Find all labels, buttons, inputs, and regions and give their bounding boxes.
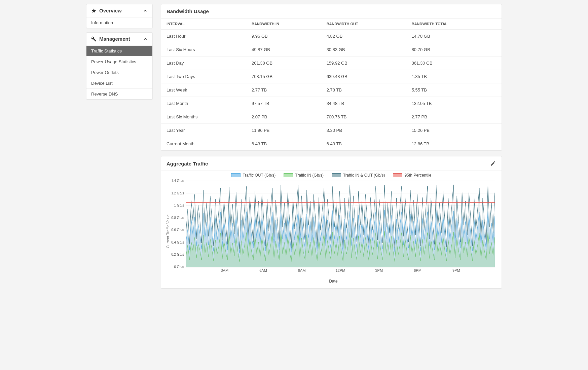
wrench-icon [91,36,97,42]
sidebar-item-label: Information [91,20,113,25]
cell-in: 2.07 PB [246,110,321,124]
sidebar-item-traffic-statistics[interactable]: Traffic Statistics [86,45,152,56]
cell-interval: Last Hour [161,30,246,43]
svg-text:1.2 Gb/s: 1.2 Gb/s [171,191,184,195]
chart-legend: Traffic OUT (Gb/s)Traffic IN (Gb/s)Traff… [166,171,497,179]
table-row: Last Day201.38 GB159.92 GB361.30 GB [161,57,502,70]
cell-out: 34.48 TB [321,97,406,110]
sidebar-item-reverse-dns[interactable]: Reverse DNS [86,88,152,99]
svg-text:6AM: 6AM [259,268,267,272]
sidebar-item-information[interactable]: Information [86,17,152,28]
sidebar-item-label: Power Usage Statistics [91,59,136,64]
sidebar-item-power-outlets[interactable]: Power Outlets [86,67,152,78]
main-content: Bandwidth Usage INTERVAL BANDWIDTH IN BA… [161,4,502,294]
legend-swatch [393,173,402,177]
svg-text:0.4 Gb/s: 0.4 Gb/s [171,240,184,244]
cell-interval: Last Six Months [161,110,246,124]
sidebar-item-label: Traffic Statistics [91,48,122,53]
table-row: Current Month6.43 TB6.43 TB12.86 TB [161,137,502,151]
table-row: Last Hour9.96 GB4.82 GB14.78 GB [161,30,502,43]
table-row: Last Six Hours49.87 GB30.83 GB80.70 GB [161,43,502,57]
cell-total: 132.05 TB [406,97,502,110]
bandwidth-usage-card: Bandwidth Usage INTERVAL BANDWIDTH IN BA… [161,4,502,151]
legend-label: Traffic IN & OUT (Gb/s) [343,173,385,178]
col-bandwidth-in: BANDWIDTH IN [246,18,321,30]
cell-in: 708.15 GB [246,70,321,83]
x-axis-label: Date [170,279,497,284]
table-row: Last Year11.96 PB3.30 PB15.26 PB [161,124,502,137]
bandwidth-table: INTERVAL BANDWIDTH IN BANDWIDTH OUT BAND… [161,18,502,150]
svg-text:12PM: 12PM [336,268,345,272]
table-header-row: INTERVAL BANDWIDTH IN BANDWIDTH OUT BAND… [161,18,502,30]
sidebar: Overview Information Management [86,4,153,294]
cell-total: 1.35 TB [406,70,502,83]
legend-item[interactable]: Traffic IN (Gb/s) [284,173,324,178]
sidebar-item-label: Power Outlets [91,70,119,75]
svg-text:0.2 Gb/s: 0.2 Gb/s [171,253,184,256]
cell-total: 5.55 TB [406,83,502,97]
cell-interval: Last Two Days [161,70,246,83]
cell-out: 3.30 PB [321,124,406,137]
cell-total: 2.77 PB [406,110,502,124]
cell-total: 14.78 GB [406,30,502,43]
svg-text:9PM: 9PM [452,268,460,272]
sidebar-section-header-management[interactable]: Management [86,33,152,45]
legend-item[interactable]: Traffic IN & OUT (Gb/s) [332,173,385,178]
cell-total: 361.30 GB [406,57,502,70]
section-title: Overview [99,8,122,13]
card-title: Aggregate Traffic [167,161,208,166]
table-row: Last Two Days708.15 GB639.48 GB1.35 TB [161,70,502,83]
table-row: Last Six Months2.07 PB700.76 TB2.77 PB [161,110,502,124]
svg-text:1 Gb/s: 1 Gb/s [174,204,184,207]
legend-swatch [231,173,241,177]
y-axis-label: Current Traffic Value [166,215,170,248]
traffic-chart[interactable]: 0 Gb/s0.2 Gb/s0.4 Gb/s0.6 Gb/s0.8 Gb/s1 … [170,179,497,276]
aggregate-traffic-card: Aggregate Traffic Traffic OUT (Gb/s)Traf… [161,156,502,289]
card-title: Bandwidth Usage [167,8,209,14]
svg-text:3AM: 3AM [221,268,228,272]
cell-interval: Last Day [161,57,246,70]
table-row: Last Week2.77 TB2.78 TB5.55 TB [161,83,502,97]
sidebar-section-overview: Overview Information [86,4,153,28]
cell-total: 15.26 PB [406,124,502,137]
cell-interval: Last Six Hours [161,43,246,57]
section-title: Management [99,36,130,42]
cell-out: 30.83 GB [321,43,406,57]
svg-text:0.8 Gb/s: 0.8 Gb/s [171,216,184,220]
cell-in: 2.77 TB [246,83,321,97]
cell-total: 80.70 GB [406,43,502,57]
chevron-up-icon [143,37,148,41]
svg-text:1.4 Gb/s: 1.4 Gb/s [171,179,184,183]
chart-area: Traffic OUT (Gb/s)Traffic IN (Gb/s)Traff… [161,171,502,288]
star-icon [91,8,97,13]
sidebar-item-power-usage-statistics[interactable]: Power Usage Statistics [86,56,152,67]
legend-item[interactable]: 95th Percentile [393,173,431,178]
svg-text:6PM: 6PM [414,268,421,272]
svg-text:9AM: 9AM [298,268,306,272]
sidebar-item-device-list[interactable]: Device List [86,78,152,88]
cell-in: 201.38 GB [246,57,321,70]
cell-interval: Last Week [161,83,246,97]
cell-interval: Last Month [161,97,246,110]
legend-swatch [332,173,341,177]
sidebar-section-header-overview[interactable]: Overview [86,4,152,17]
chevron-up-icon [143,8,148,13]
cell-total: 12.86 TB [406,137,502,151]
legend-label: Traffic OUT (Gb/s) [243,173,275,178]
cell-out: 700.76 TB [321,110,406,124]
cell-in: 97.57 TB [246,97,321,110]
legend-item[interactable]: Traffic OUT (Gb/s) [231,173,275,178]
svg-text:0.6 Gb/s: 0.6 Gb/s [171,228,184,232]
col-interval: INTERVAL [161,18,246,30]
legend-label: 95th Percentile [404,173,431,178]
cell-interval: Current Month [161,137,246,151]
sidebar-item-label: Device List [91,81,113,86]
edit-icon[interactable] [490,160,496,166]
cell-in: 11.96 PB [246,124,321,137]
col-bandwidth-total: BANDWIDTH TOTAL [406,18,502,30]
cell-out: 2.78 TB [321,83,406,97]
cell-out: 639.48 GB [321,70,406,83]
svg-text:0 Gb/s: 0 Gb/s [174,265,184,269]
legend-label: Traffic IN (Gb/s) [295,173,324,178]
svg-text:3PM: 3PM [375,268,383,272]
